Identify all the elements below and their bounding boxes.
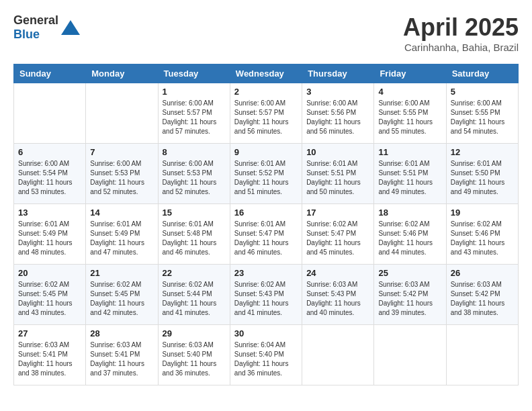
calendar-cell: 26Sunrise: 6:03 AM Sunset: 5:42 PM Dayli… xyxy=(446,265,518,325)
day-info: Sunrise: 6:02 AM Sunset: 5:45 PM Dayligh… xyxy=(18,280,81,318)
column-header-friday: Friday xyxy=(374,64,446,83)
title-block: April 2025 Carinhanha, Bahia, Brazil xyxy=(403,13,519,53)
day-info: Sunrise: 6:03 AM Sunset: 5:41 PM Dayligh… xyxy=(18,340,81,378)
column-header-monday: Monday xyxy=(86,64,158,83)
day-number: 28 xyxy=(90,328,153,338)
day-number: 19 xyxy=(451,208,514,218)
calendar-cell xyxy=(302,325,374,385)
calendar-cell: 22Sunrise: 6:02 AM Sunset: 5:44 PM Dayli… xyxy=(158,265,230,325)
day-info: Sunrise: 6:00 AM Sunset: 5:56 PM Dayligh… xyxy=(306,99,369,136)
day-number: 27 xyxy=(18,328,81,338)
calendar-week-2: 6Sunrise: 6:00 AM Sunset: 5:54 PM Daylig… xyxy=(14,144,519,204)
day-info: Sunrise: 6:02 AM Sunset: 5:47 PM Dayligh… xyxy=(306,220,369,257)
calendar-cell xyxy=(86,83,158,144)
calendar-cell xyxy=(374,325,446,385)
day-info: Sunrise: 6:01 AM Sunset: 5:49 PM Dayligh… xyxy=(18,220,81,257)
day-number: 24 xyxy=(306,268,369,278)
day-number: 30 xyxy=(234,328,298,338)
day-number: 15 xyxy=(163,208,226,218)
day-number: 9 xyxy=(234,147,298,157)
column-header-sunday: Sunday xyxy=(14,64,86,83)
logo-text: General Blue xyxy=(13,13,58,42)
column-header-saturday: Saturday xyxy=(446,64,518,83)
calendar-cell: 30Sunrise: 6:04 AM Sunset: 5:40 PM Dayli… xyxy=(230,325,302,385)
calendar-cell: 5Sunrise: 6:00 AM Sunset: 5:55 PM Daylig… xyxy=(446,83,518,144)
day-info: Sunrise: 6:02 AM Sunset: 5:44 PM Dayligh… xyxy=(163,280,226,318)
day-info: Sunrise: 6:00 AM Sunset: 5:53 PM Dayligh… xyxy=(90,159,153,197)
calendar-cell: 6Sunrise: 6:00 AM Sunset: 5:54 PM Daylig… xyxy=(14,144,86,204)
logo-icon xyxy=(61,20,80,35)
day-info: Sunrise: 6:03 AM Sunset: 5:42 PM Dayligh… xyxy=(378,280,441,318)
day-info: Sunrise: 6:01 AM Sunset: 5:47 PM Dayligh… xyxy=(234,220,298,257)
calendar-cell: 25Sunrise: 6:03 AM Sunset: 5:42 PM Dayli… xyxy=(374,265,446,325)
day-info: Sunrise: 6:03 AM Sunset: 5:42 PM Dayligh… xyxy=(451,280,514,318)
day-info: Sunrise: 6:00 AM Sunset: 5:55 PM Dayligh… xyxy=(451,99,514,136)
day-info: Sunrise: 6:00 AM Sunset: 5:57 PM Dayligh… xyxy=(234,99,298,136)
day-info: Sunrise: 6:01 AM Sunset: 5:49 PM Dayligh… xyxy=(90,220,153,257)
calendar-cell: 2Sunrise: 6:00 AM Sunset: 5:57 PM Daylig… xyxy=(230,83,302,144)
day-number: 22 xyxy=(163,268,226,278)
day-number: 25 xyxy=(378,268,441,278)
calendar-cell: 18Sunrise: 6:02 AM Sunset: 5:46 PM Dayli… xyxy=(374,204,446,265)
calendar-week-5: 27Sunrise: 6:03 AM Sunset: 5:41 PM Dayli… xyxy=(14,325,519,385)
day-number: 6 xyxy=(18,147,81,157)
calendar-cell: 27Sunrise: 6:03 AM Sunset: 5:41 PM Dayli… xyxy=(14,325,86,385)
day-info: Sunrise: 6:03 AM Sunset: 5:41 PM Dayligh… xyxy=(90,340,153,378)
calendar-cell: 10Sunrise: 6:01 AM Sunset: 5:51 PM Dayli… xyxy=(302,144,374,204)
calendar-cell: 17Sunrise: 6:02 AM Sunset: 5:47 PM Dayli… xyxy=(302,204,374,265)
day-info: Sunrise: 6:02 AM Sunset: 5:43 PM Dayligh… xyxy=(234,280,298,318)
day-number: 3 xyxy=(306,87,369,97)
day-number: 18 xyxy=(378,208,441,218)
calendar-cell: 29Sunrise: 6:03 AM Sunset: 5:40 PM Dayli… xyxy=(158,325,230,385)
day-number: 13 xyxy=(18,208,81,218)
day-number: 2 xyxy=(234,87,298,97)
calendar-cell: 13Sunrise: 6:01 AM Sunset: 5:49 PM Dayli… xyxy=(14,204,86,265)
day-info: Sunrise: 6:02 AM Sunset: 5:45 PM Dayligh… xyxy=(90,280,153,318)
calendar-cell: 23Sunrise: 6:02 AM Sunset: 5:43 PM Dayli… xyxy=(230,265,302,325)
logo-general: General xyxy=(13,13,58,27)
day-number: 17 xyxy=(306,208,369,218)
calendar-cell: 15Sunrise: 6:01 AM Sunset: 5:48 PM Dayli… xyxy=(158,204,230,265)
column-header-wednesday: Wednesday xyxy=(230,64,302,83)
day-info: Sunrise: 6:03 AM Sunset: 5:43 PM Dayligh… xyxy=(306,280,369,318)
calendar-cell: 24Sunrise: 6:03 AM Sunset: 5:43 PM Dayli… xyxy=(302,265,374,325)
day-info: Sunrise: 6:03 AM Sunset: 5:40 PM Dayligh… xyxy=(163,340,226,378)
day-info: Sunrise: 6:01 AM Sunset: 5:51 PM Dayligh… xyxy=(378,159,441,197)
day-number: 29 xyxy=(163,328,226,338)
day-info: Sunrise: 6:00 AM Sunset: 5:57 PM Dayligh… xyxy=(163,99,226,136)
day-number: 26 xyxy=(451,268,514,278)
calendar-cell: 12Sunrise: 6:01 AM Sunset: 5:50 PM Dayli… xyxy=(446,144,518,204)
calendar-week-3: 13Sunrise: 6:01 AM Sunset: 5:49 PM Dayli… xyxy=(14,204,519,265)
calendar-cell: 9Sunrise: 6:01 AM Sunset: 5:52 PM Daylig… xyxy=(230,144,302,204)
calendar-cell: 4Sunrise: 6:00 AM Sunset: 5:55 PM Daylig… xyxy=(374,83,446,144)
day-number: 21 xyxy=(90,268,153,278)
calendar-cell: 8Sunrise: 6:00 AM Sunset: 5:53 PM Daylig… xyxy=(158,144,230,204)
day-info: Sunrise: 6:00 AM Sunset: 5:54 PM Dayligh… xyxy=(18,159,81,197)
calendar-cell xyxy=(14,83,86,144)
calendar-cell: 7Sunrise: 6:00 AM Sunset: 5:53 PM Daylig… xyxy=(86,144,158,204)
day-number: 11 xyxy=(378,147,441,157)
day-number: 10 xyxy=(306,147,369,157)
day-number: 20 xyxy=(18,268,81,278)
column-header-thursday: Thursday xyxy=(302,64,374,83)
day-info: Sunrise: 6:04 AM Sunset: 5:40 PM Dayligh… xyxy=(234,340,298,378)
day-number: 14 xyxy=(90,208,153,218)
calendar-cell: 28Sunrise: 6:03 AM Sunset: 5:41 PM Dayli… xyxy=(86,325,158,385)
calendar-cell: 1Sunrise: 6:00 AM Sunset: 5:57 PM Daylig… xyxy=(158,83,230,144)
day-info: Sunrise: 6:00 AM Sunset: 5:53 PM Dayligh… xyxy=(163,159,226,197)
calendar-cell: 16Sunrise: 6:01 AM Sunset: 5:47 PM Dayli… xyxy=(230,204,302,265)
calendar-week-1: 1Sunrise: 6:00 AM Sunset: 5:57 PM Daylig… xyxy=(14,83,519,144)
calendar-cell xyxy=(446,325,518,385)
day-info: Sunrise: 6:01 AM Sunset: 5:52 PM Dayligh… xyxy=(234,159,298,197)
day-number: 8 xyxy=(163,147,226,157)
calendar-subtitle: Carinhanha, Bahia, Brazil xyxy=(403,42,519,53)
day-number: 4 xyxy=(378,87,441,97)
calendar-header-row: SundayMondayTuesdayWednesdayThursdayFrid… xyxy=(14,64,519,83)
day-number: 7 xyxy=(90,147,153,157)
calendar-cell: 3Sunrise: 6:00 AM Sunset: 5:56 PM Daylig… xyxy=(302,83,374,144)
day-number: 1 xyxy=(163,87,226,97)
day-number: 12 xyxy=(451,147,514,157)
calendar-cell: 20Sunrise: 6:02 AM Sunset: 5:45 PM Dayli… xyxy=(14,265,86,325)
day-info: Sunrise: 6:01 AM Sunset: 5:50 PM Dayligh… xyxy=(451,159,514,197)
day-number: 16 xyxy=(234,208,298,218)
